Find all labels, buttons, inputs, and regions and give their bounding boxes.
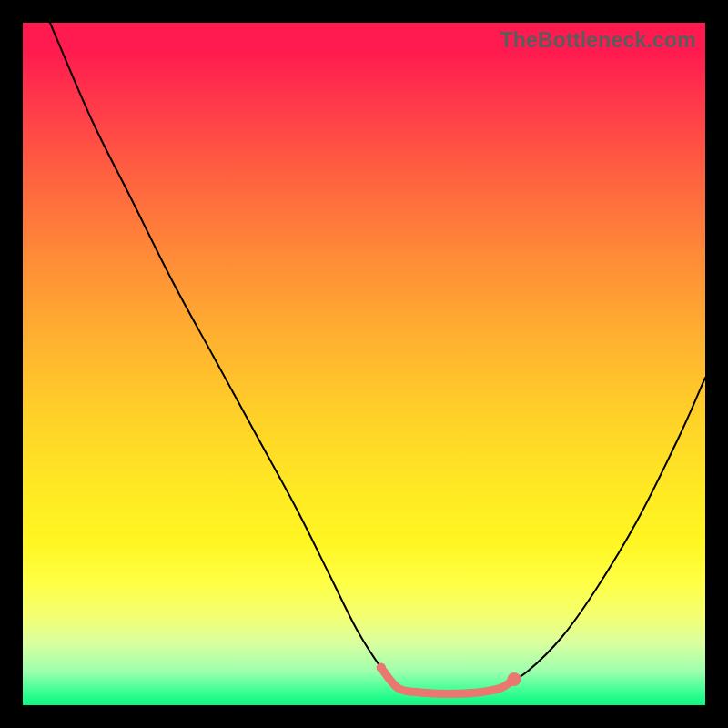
curve-left-branch (50, 23, 399, 688)
chart-frame: TheBottleneck.com (0, 0, 728, 728)
curve-right-branch (500, 378, 705, 688)
accent-segment (381, 668, 514, 694)
curve-layer (23, 23, 705, 705)
accent-end-dot (508, 672, 521, 686)
accent-start-dot (377, 663, 386, 672)
plot-area: TheBottleneck.com (23, 23, 705, 705)
